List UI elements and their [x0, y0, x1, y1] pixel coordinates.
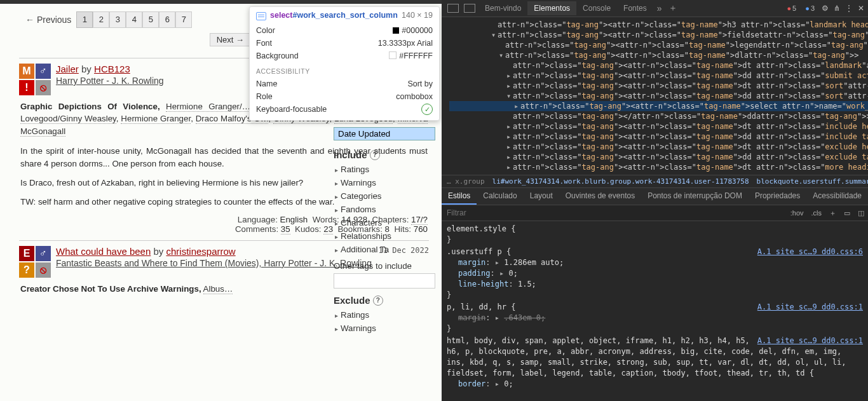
tooltip-role-value: combobox [396, 92, 433, 101]
source-link[interactable]: A.1 site sc…9 dd0.css:1 [757, 302, 863, 313]
add-tab-button[interactable]: ＋ [666, 3, 680, 14]
inspector-tooltip: select#work_search_sort_column 140 × 19 … [249, 6, 440, 121]
styles-subtab[interactable]: Layout [524, 188, 559, 205]
styles-subtab[interactable]: Pontos de interrupção DOM [641, 188, 749, 205]
pagination-page[interactable]: 4 [126, 11, 142, 28]
pagination-next[interactable]: Next → [210, 33, 251, 46]
dom-node[interactable]: ▸attr-n">class="tag-ang"><attr-n">class=… [449, 132, 868, 142]
work-title-link[interactable]: What could have been [56, 246, 151, 257]
filter-item[interactable]: Ratings [334, 163, 435, 176]
errors-badge[interactable]: 5 [785, 4, 798, 12]
devtools-tab[interactable]: Console [576, 1, 617, 15]
tooltip-font-label: Font [256, 39, 272, 48]
work-title-link[interactable]: Jailer [56, 64, 79, 74]
webpage: ← Previous 1234567 Next → M♂!⦸Jailer by … [0, 0, 442, 401]
styles-subtab[interactable]: Ouvintes de eventos [559, 188, 641, 205]
dom-node[interactable]: attr-n">class="tag-ang"><attr-n">class="… [449, 60, 868, 71]
dom-node[interactable]: ▸attr-n">class="tag-ang"><attr-n">class=… [449, 71, 868, 81]
filter-item[interactable]: Ratings [334, 308, 435, 322]
devtools-panel: Bem-vindoElementosConsoleFontes » ＋ 5 3 … [442, 0, 868, 401]
dom-node[interactable]: ▸attr-n">class="tag-ang"><attr-n">class=… [449, 121, 868, 132]
pagination-page[interactable]: 2 [93, 11, 109, 28]
tooltip-color-label: Color [256, 26, 275, 35]
tooltip-role-label: Role [256, 92, 273, 101]
panel-icon[interactable]: ◫ [854, 209, 868, 217]
other-tags-label: Other tags to include [334, 261, 435, 271]
pagination-page[interactable]: 3 [109, 11, 126, 28]
styles-subtab[interactable]: Propriedades [749, 188, 806, 205]
element-icon [256, 12, 266, 20]
panel-icon[interactable]: ▭ [840, 209, 854, 217]
rating-icon: ♂ [36, 246, 51, 261]
dom-node[interactable]: ▸attr-n">class="tag-ang"><attr-n">class=… [449, 101, 868, 111]
more-tabs-icon[interactable]: » [654, 3, 665, 13]
dom-node[interactable]: attr-n">class="tag-ang"><attr-n">class="… [449, 40, 868, 50]
help-icon[interactable]: ? [373, 296, 383, 306]
styles-rules[interactable]: element.style {}A.1 site sc…9 dd0.css:6.… [442, 221, 868, 393]
cls-toggle[interactable]: .cls [808, 209, 826, 217]
filter-panel: Date Updated Include ? RatingsWarningsCa… [327, 127, 442, 341]
tooltip-color-value: #000000 [393, 26, 433, 35]
source-link[interactable]: A.1 site sc…9 dd0.css:1 [757, 336, 863, 346]
tag-link[interactable]: Hermione Granger [121, 114, 191, 124]
gear-icon[interactable]: ⚙ [822, 4, 829, 13]
devtools-tab[interactable]: Elementos [527, 1, 576, 15]
by-text: by [79, 64, 94, 74]
filter-item[interactable]: Fandoms [334, 203, 435, 216]
dom-node[interactable]: ▾attr-n">class="tag-ang"><attr-n">class=… [449, 91, 868, 101]
dom-node[interactable]: attr-n">class="tag-ang"><attr-n">class="… [449, 20, 868, 30]
kebab-icon[interactable]: ⋮ [845, 4, 853, 13]
styles-filter-bar: :hov .cls ＋ ▭ ◫ [442, 205, 868, 221]
infos-badge[interactable]: 3 [803, 4, 817, 12]
devtools-tab[interactable]: Fontes [617, 1, 653, 15]
pagination-page[interactable]: 5 [142, 11, 159, 28]
rating-icon: M [19, 64, 34, 79]
sort-select[interactable]: Date Updated [334, 127, 435, 140]
pagination-page[interactable]: 7 [175, 11, 192, 28]
rating-icon: E [19, 246, 34, 261]
pagination-prev[interactable]: ← Previous [25, 15, 71, 25]
filter-item[interactable]: Characters [334, 216, 435, 229]
inspect-icon[interactable] [447, 4, 459, 13]
dom-tree[interactable]: attr-n">class="tag-ang"><attr-n">class="… [442, 17, 868, 175]
styles-subtab[interactable]: Calculado [477, 188, 523, 205]
author-link[interactable]: HCB123 [94, 64, 130, 74]
tooltip-bg-label: Background [256, 51, 299, 60]
tag-link[interactable]: Albus… [203, 284, 233, 294]
dom-node[interactable]: ▸attr-n">class="tag-ang"><attr-n">class=… [449, 142, 868, 152]
pagination-page[interactable]: 1 [76, 11, 93, 28]
breadcrumb[interactable]: … x.group li#work_43174314.work.blurb.gr… [442, 175, 868, 188]
dom-node[interactable]: ▾attr-n">class="tag-ang"><attr-n">class=… [449, 50, 868, 60]
filter-item[interactable]: Additional Ta [334, 243, 435, 256]
dom-node[interactable]: ▸attr-n">class="tag-ang"><attr-n">class=… [449, 162, 868, 172]
filter-item[interactable]: Warnings [334, 322, 435, 335]
devtools-tab[interactable]: Bem-vindo [478, 1, 527, 15]
dom-node[interactable]: ▾attr-n">class="tag-ang"><attr-n">class=… [449, 30, 868, 40]
filter-item[interactable]: Warnings [334, 176, 435, 189]
styles-filter-input[interactable] [442, 205, 787, 221]
filter-item[interactable]: Relationships [334, 229, 435, 243]
styles-subtab[interactable]: Estilos [442, 188, 477, 205]
dom-node[interactable]: attr-n">class="tag-ang"></attr-n">class=… [449, 111, 868, 121]
styles-subtab[interactable]: Acessibilidade [806, 188, 868, 205]
styles-tabs: EstilosCalculadoLayoutOuvintes de evento… [442, 188, 868, 205]
fandom-link[interactable]: Fantastic Beasts and Where to Find Them … [56, 258, 372, 268]
tag-link[interactable]: Hermione Granger/… [166, 102, 256, 112]
hov-toggle[interactable]: :hov [787, 209, 808, 217]
new-rule-button[interactable]: ＋ [825, 208, 840, 218]
source-link[interactable]: A.1 site sc…9 dd0.css:6 [757, 247, 863, 257]
dom-node[interactable]: ▸attr-n">class="tag-ang"><attr-n">class=… [449, 152, 868, 162]
tooltip-kbf-label: Keyboard-focusable [256, 105, 327, 114]
help-icon[interactable]: ? [370, 150, 380, 160]
close-icon[interactable]: ✕ [858, 4, 864, 13]
pagination-page[interactable]: 6 [159, 11, 175, 28]
dock-icon[interactable]: ⋔ [834, 4, 840, 13]
dom-node[interactable]: ▸attr-n">class="tag-ang"><attr-n">class=… [449, 81, 868, 91]
device-icon[interactable] [464, 4, 475, 13]
author-link[interactable]: christinesparrow [166, 246, 235, 257]
tooltip-name-label: Name [256, 79, 277, 88]
filter-item[interactable]: Categories [334, 189, 435, 203]
other-tags-input[interactable] [334, 273, 435, 289]
by-text: by [151, 246, 166, 257]
fandom-link[interactable]: Harry Potter - J. K. Rowling [56, 76, 164, 86]
